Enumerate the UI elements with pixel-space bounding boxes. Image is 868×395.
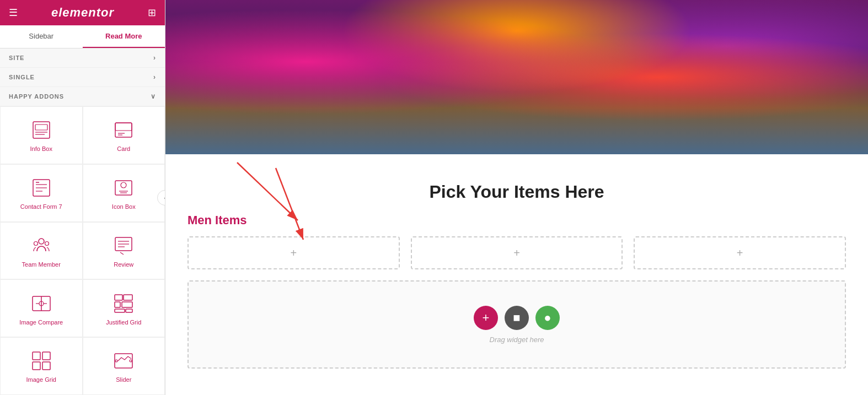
stop-button[interactable]: ■	[505, 306, 529, 330]
top-bar: ☰ elementor ⊞	[0, 0, 165, 25]
main-canvas: Pick Your Items Here Men Items + + + + ■…	[165, 0, 868, 395]
drop-col-3[interactable]: +	[634, 236, 846, 269]
slider-icon	[113, 350, 134, 371]
panel-tabs: Sidebar Read More	[0, 25, 165, 48]
widget-image-compare[interactable]: Image Compare	[0, 279, 83, 337]
card-icon	[113, 120, 134, 140]
widget-contact-form-7[interactable]: Contact Form 7	[0, 164, 83, 222]
svg-point-18	[34, 241, 37, 245]
widget-justified-grid[interactable]: Justified Grid	[83, 279, 165, 337]
svg-rect-38	[42, 362, 50, 370]
left-panel: ☰ elementor ⊞ Sidebar Read More SITE › S…	[0, 0, 165, 395]
widget-card[interactable]: Card	[83, 106, 165, 164]
add-widget-col1[interactable]: +	[286, 245, 301, 261]
info-box-label: Info Box	[30, 145, 52, 153]
svg-rect-31	[115, 302, 120, 307]
drop-zone-label: Drag widget here	[490, 336, 544, 344]
go-button[interactable]: ●	[535, 306, 560, 330]
card-label: Card	[117, 145, 130, 153]
svg-rect-5	[115, 123, 132, 131]
hamburger-icon[interactable]: ☰	[9, 7, 18, 19]
drop-zone[interactable]: + ■ ● Drag widget here	[187, 280, 846, 369]
icon-box-icon	[113, 177, 134, 198]
svg-point-14	[121, 182, 126, 188]
svg-rect-32	[122, 302, 132, 307]
drop-zone-buttons: + ■ ●	[474, 306, 560, 330]
review-label: Review	[114, 261, 133, 268]
add-section-button[interactable]: +	[474, 306, 498, 330]
widget-slider[interactable]: Slider	[83, 337, 165, 395]
contact-form-label: Contact Form 7	[20, 203, 62, 210]
drop-col-1[interactable]: +	[187, 236, 400, 269]
section-men-items: Men Items	[187, 213, 846, 228]
team-member-label: Team Member	[22, 261, 61, 268]
widget-info-box[interactable]: Info Box	[0, 106, 83, 164]
svg-rect-37	[33, 362, 40, 370]
section-happy-addons[interactable]: HAPPY ADDONS ∨	[0, 87, 165, 106]
svg-point-41	[130, 360, 132, 362]
chevron-right-icon: ›	[153, 73, 156, 81]
info-box-icon	[31, 120, 52, 140]
tab-sidebar[interactable]: Sidebar	[0, 25, 83, 48]
chevron-down-icon: ∨	[151, 93, 156, 100]
review-icon	[113, 235, 134, 256]
three-col-grid: + + +	[187, 236, 846, 269]
page-title: Pick Your Items Here	[187, 182, 846, 202]
svg-point-19	[45, 241, 49, 245]
section-single-label: SINGLE	[9, 74, 35, 80]
svg-rect-4	[115, 123, 132, 137]
svg-rect-33	[115, 309, 125, 312]
widget-review[interactable]: Review	[83, 222, 165, 280]
add-widget-col2[interactable]: +	[509, 245, 524, 261]
widget-team-member[interactable]: Team Member	[0, 222, 83, 280]
widget-icon-box[interactable]: Icon Box	[83, 164, 165, 222]
svg-point-40	[115, 360, 117, 362]
svg-rect-36	[42, 352, 50, 360]
widgets-grid: Info Box Card	[0, 106, 165, 395]
image-grid-label: Image Grid	[26, 376, 56, 383]
drop-col-2[interactable]: +	[411, 236, 623, 269]
image-compare-label: Image Compare	[19, 318, 63, 326]
icon-box-label: Icon Box	[112, 203, 136, 210]
section-site[interactable]: SITE ›	[0, 48, 165, 68]
svg-rect-35	[33, 352, 40, 360]
elementor-logo: elementor	[51, 6, 114, 20]
hero-image	[165, 0, 868, 154]
svg-point-17	[39, 239, 44, 244]
hero-background	[165, 0, 868, 154]
apps-grid-icon[interactable]: ⊞	[148, 7, 156, 19]
page-content: Pick Your Items Here Men Items + + + + ■…	[165, 154, 868, 391]
svg-rect-1	[35, 125, 47, 130]
svg-rect-29	[115, 295, 122, 300]
section-site-label: SITE	[9, 55, 24, 61]
team-icon	[31, 235, 52, 256]
image-grid-icon	[31, 350, 52, 371]
justified-grid-label: Justified Grid	[106, 318, 141, 326]
tab-read-more[interactable]: Read More	[83, 25, 165, 48]
add-widget-col3[interactable]: +	[732, 245, 748, 261]
chevron-right-icon: ›	[153, 54, 156, 62]
justified-grid-icon	[113, 293, 134, 314]
svg-rect-30	[124, 295, 132, 300]
svg-rect-34	[126, 309, 132, 312]
form-icon	[31, 177, 52, 198]
image-compare-icon	[31, 293, 52, 314]
section-happy-addons-label: HAPPY ADDONS	[9, 93, 64, 100]
widget-image-grid[interactable]: Image Grid	[0, 337, 83, 395]
slider-label: Slider	[116, 376, 131, 383]
section-single[interactable]: SINGLE ›	[0, 68, 165, 87]
